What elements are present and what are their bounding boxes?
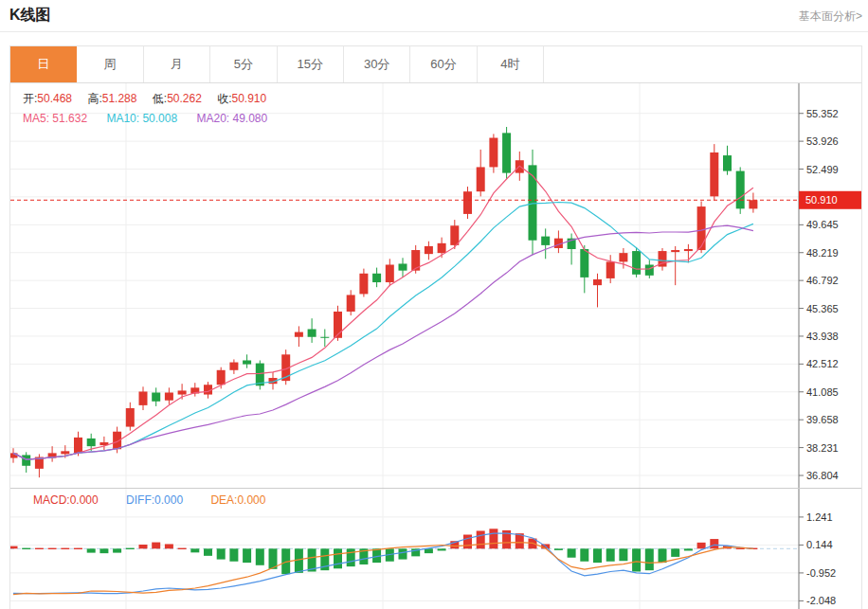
ma20-readout: MA20: 49.080: [196, 112, 267, 125]
tab-日[interactable]: 日: [10, 46, 77, 82]
ma10-readout: MA10: 50.008: [106, 112, 177, 125]
title-divider: [0, 31, 868, 32]
macd-histogram-layer: [10, 528, 757, 574]
price-axis-labels: 55.35253.92652.49951.07349.64548.21946.7…: [799, 108, 839, 481]
ma5-readout: MA5: 51.632: [23, 112, 87, 125]
tab-30分[interactable]: 30分: [344, 46, 410, 82]
tab-4时[interactable]: 4时: [478, 46, 544, 82]
svg-text:42.512: 42.512: [806, 358, 839, 369]
svg-text:39.658: 39.658: [806, 414, 839, 425]
kline-page: K线图 基本面分析> 日周月5分15分30分60分4时 55.35253.926…: [0, 0, 868, 609]
svg-text:38.231: 38.231: [806, 442, 839, 454]
tab-60分[interactable]: 60分: [410, 46, 477, 82]
candlestick-chart[interactable]: 55.35253.92652.49951.07349.64548.21946.7…: [10, 83, 861, 488]
svg-text:50.910: 50.910: [805, 194, 838, 206]
price-grid: [10, 83, 799, 488]
tab-15分[interactable]: 15分: [278, 46, 344, 82]
svg-text:36.804: 36.804: [806, 470, 839, 481]
open-readout: 开:50.468: [23, 92, 72, 105]
svg-text:43.938: 43.938: [806, 331, 839, 342]
dea-value-readout: DEA:0.000: [210, 493, 265, 507]
kline-widget: 日周月5分15分30分60分4时 55.35253.92652.49951.07…: [9, 45, 862, 609]
svg-text:55.352: 55.352: [806, 108, 839, 119]
svg-text:49.645: 49.645: [806, 219, 839, 230]
macd-value-readout: MACD:0.000: [33, 493, 99, 507]
svg-text:41.085: 41.085: [806, 386, 839, 398]
svg-text:1.241: 1.241: [806, 511, 833, 523]
last-price-tag: 50.910: [799, 191, 861, 209]
candles-layer: [10, 127, 757, 477]
macd-pane: 1.2410.144-0.952-2.048 MACD:0.000 DIFF:0…: [10, 488, 861, 609]
macd-chart[interactable]: 1.2410.144-0.952-2.048: [10, 489, 861, 609]
macd-axis-labels: 1.2410.144-0.952-2.048: [799, 511, 836, 606]
price-chart-pane: 55.35253.92652.49951.07349.64548.21946.7…: [10, 83, 861, 488]
svg-text:53.926: 53.926: [806, 135, 839, 147]
svg-text:45.365: 45.365: [806, 303, 839, 314]
svg-text:0.144: 0.144: [806, 539, 833, 550]
page-title: K线图: [9, 6, 51, 26]
ohlc-readout: 开:50.468 高:51.288 低:50.262 收:50.910: [23, 91, 279, 107]
fundamental-analysis-link[interactable]: 基本面分析>: [799, 9, 862, 25]
ma-readout: MA5: 51.632 MA10: 50.008 MA20: 49.080: [23, 112, 283, 125]
tab-5分[interactable]: 5分: [210, 46, 277, 82]
tab-周[interactable]: 周: [77, 46, 143, 82]
svg-text:-0.952: -0.952: [806, 567, 836, 579]
tab-月[interactable]: 月: [144, 46, 210, 82]
high-readout: 高:51.288: [87, 92, 136, 105]
svg-text:46.792: 46.792: [806, 275, 839, 286]
low-readout: 低:50.262: [153, 92, 202, 105]
diff-value-readout: DIFF:0.000: [126, 493, 183, 507]
macd-readout: MACD:0.000 DIFF:0.000 DEA:0.000: [33, 493, 290, 507]
svg-text:52.499: 52.499: [806, 164, 839, 175]
close-readout: 收:50.910: [217, 92, 266, 105]
interval-tabs: 日周月5分15分30分60分4时: [10, 46, 861, 83]
svg-text:-2.048: -2.048: [806, 595, 836, 606]
svg-text:48.219: 48.219: [806, 247, 839, 259]
